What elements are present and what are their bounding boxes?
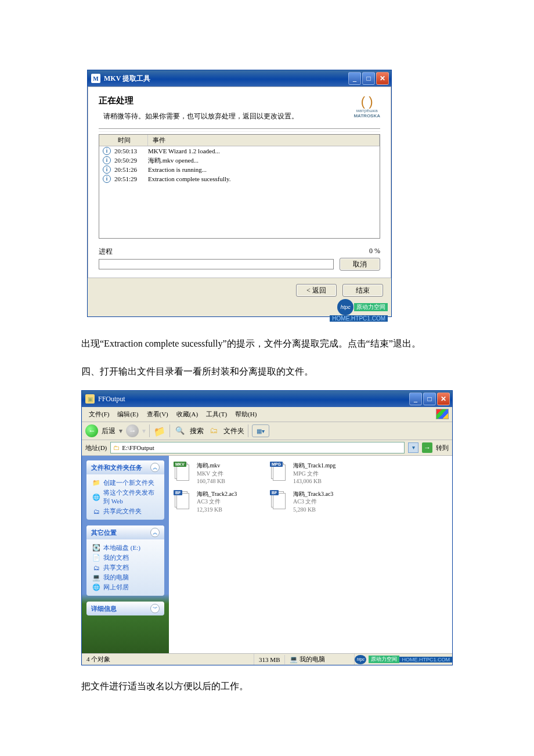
- window-title: MKV 提取工具: [104, 74, 150, 84]
- log-row: i20:51:29Extraction complete sucessfully…: [99, 174, 380, 183]
- progress-bar: [99, 259, 334, 269]
- search-icon[interactable]: 🔍: [174, 424, 186, 437]
- panel-details: 详细信息 ︾: [86, 602, 164, 615]
- views-button[interactable]: ▦▾: [252, 424, 269, 437]
- col-time[interactable]: 时间: [113, 135, 148, 146]
- maximize-button[interactable]: □: [362, 72, 375, 85]
- back-button[interactable]: < 返回: [296, 284, 337, 297]
- close-button[interactable]: ✕: [437, 393, 450, 405]
- file-item[interactable]: BF海鸥_Track2.ac3AC3 文件12,319 KB: [175, 490, 256, 514]
- log-row: i20:50:29海鸥.mkv opened...: [99, 156, 380, 165]
- folders-label[interactable]: 文件夹: [223, 426, 244, 436]
- file-icon: BF: [175, 490, 193, 510]
- event-log: 时间 事件 i20:50:13MKVE Wizard 1.2 loaded...…: [99, 134, 380, 239]
- menubar: 文件(F)编辑(E)查看(V)收藏(A)工具(T)帮助(H): [82, 407, 452, 422]
- minimize-button[interactable]: _: [348, 72, 361, 85]
- cancel-button[interactable]: 取消: [340, 258, 380, 271]
- file-name: 海鸥_Track2.ac3: [197, 490, 237, 498]
- titlebar[interactable]: M MKV 提取工具 _ □ ✕: [88, 70, 391, 87]
- explorer-window: ▣ FFOutput _ □ ✕ 文件(F)编辑(E)查看(V)收藏(A)工具(…: [81, 390, 453, 665]
- statusbar: 4 个对象 313 MB 💻 我的电脑 htpc 原动力空间HOME.HTPC1…: [82, 653, 452, 665]
- body-text-1: 出现“Extraction complete sucessfully”的提示，文…: [81, 334, 453, 353]
- folder-icon: ▣: [85, 394, 95, 404]
- panel-header[interactable]: 详细信息 ︾: [86, 602, 164, 615]
- mkv-extract-window: M MKV 提取工具 _ □ ✕ 正在处理 请稍微等待。如果你需要，也可以放弃处…: [87, 70, 392, 317]
- expand-icon[interactable]: ︾: [150, 604, 160, 613]
- task-link[interactable]: 📁创建一个新文件夹: [92, 478, 158, 488]
- file-icon: MKV: [175, 462, 193, 481]
- folder-icon: 🗀: [113, 444, 120, 451]
- log-time: 20:50:13: [114, 147, 148, 156]
- file-type: AC3 文件: [293, 498, 333, 506]
- watermark-bottom: HOME.HTPC1.COM: [399, 657, 452, 663]
- watermark-top: 原动力空间: [354, 303, 388, 311]
- log-time: 20:51:29: [114, 175, 148, 183]
- place-link[interactable]: 🌐网上邻居: [92, 582, 158, 592]
- address-dropdown[interactable]: ▾: [408, 442, 418, 453]
- progress-label: 进程: [99, 247, 369, 257]
- info-icon: i: [103, 175, 111, 183]
- page-heading: 正在处理: [99, 95, 343, 106]
- watermark-bottom: HOME.HTPC1.COM: [330, 315, 388, 322]
- back-icon[interactable]: ←: [85, 424, 98, 437]
- col-event[interactable]: 事件: [148, 135, 380, 146]
- titlebar[interactable]: ▣ FFOutput _ □ ✕: [82, 391, 452, 407]
- file-item[interactable]: MPG海鸥_Track1.mpgMPG 文件143,006 KB: [271, 462, 352, 485]
- menu-item[interactable]: 编辑(E): [114, 409, 142, 420]
- info-icon: i: [103, 165, 111, 174]
- collapse-icon[interactable]: ︽: [150, 528, 160, 537]
- place-link[interactable]: 💻我的电脑: [92, 573, 158, 582]
- panel-other-places: 其它位置 ︽ 💽本地磁盘 (E:)📄我的文档🗂共享文档💻我的电脑🌐网上邻居: [86, 525, 164, 596]
- file-icon: BF: [271, 490, 290, 510]
- address-label: 地址(D): [85, 444, 107, 452]
- menu-item[interactable]: 工具(T): [203, 409, 230, 420]
- place-link[interactable]: 💽本地磁盘 (E:): [92, 543, 158, 553]
- close-button[interactable]: ✕: [376, 72, 389, 85]
- matroska-logo: ( ) матрёшка MATROSKA: [353, 95, 380, 128]
- place-link[interactable]: 📄我的文档: [92, 553, 158, 563]
- panel-header[interactable]: 文件和文件夹任务 ︽: [86, 460, 164, 474]
- panel-file-tasks: 文件和文件夹任务 ︽ 📁创建一个新文件夹🌐将这个文件夹发布到 Web🗂共享此文件…: [86, 460, 164, 520]
- collapse-icon[interactable]: ︽: [150, 463, 160, 472]
- place-link[interactable]: 🗂共享文档: [92, 563, 158, 573]
- address-input[interactable]: 🗀 E:\FFOutput: [110, 442, 405, 453]
- windows-flag-icon: [436, 409, 449, 419]
- minimize-button[interactable]: _: [409, 393, 422, 405]
- log-time: 20:50:29: [114, 156, 148, 165]
- up-icon[interactable]: 📁: [152, 423, 167, 438]
- forward-icon[interactable]: →: [126, 424, 139, 437]
- file-size: 5,280 KB: [293, 506, 333, 514]
- go-label[interactable]: 转到: [436, 444, 449, 452]
- menu-item[interactable]: 查看(V): [143, 409, 172, 420]
- file-item[interactable]: BF海鸥_Track3.ac3AC3 文件5,280 KB: [271, 490, 352, 514]
- log-event: Extraction complete sucessfully.: [148, 175, 377, 183]
- app-icon: M: [91, 74, 100, 83]
- maximize-button[interactable]: □: [423, 393, 436, 405]
- back-label[interactable]: 后退: [102, 426, 116, 436]
- folders-icon[interactable]: 🗂: [207, 424, 220, 437]
- menu-item[interactable]: 收藏(A): [173, 409, 201, 420]
- task-link[interactable]: 🗂共享此文件夹: [92, 506, 158, 516]
- file-icon: MPG: [271, 462, 290, 481]
- task-pane: 文件和文件夹任务 ︽ 📁创建一个新文件夹🌐将这个文件夹发布到 Web🗂共享此文件…: [82, 456, 169, 653]
- toolbar: ← 后退 ▾ → ▾ 📁 🔍 搜索 🗂 文件夹 ▦▾: [82, 422, 452, 440]
- watermark-top: 原动力空间: [369, 656, 399, 663]
- finish-button[interactable]: 结束: [342, 284, 383, 297]
- file-type: MKV 文件: [197, 470, 225, 478]
- file-name: 海鸥_Track3.ac3: [293, 490, 333, 498]
- file-item[interactable]: MKV海鸥.mkvMKV 文件160,748 KB: [175, 462, 256, 485]
- menu-item[interactable]: 文件(F): [85, 409, 113, 420]
- file-size: 143,006 KB: [293, 477, 335, 485]
- file-type: MPG 文件: [293, 470, 335, 478]
- file-size: 12,319 KB: [197, 506, 237, 514]
- panel-header[interactable]: 其它位置 ︽: [86, 525, 164, 539]
- log-event: MKVE Wizard 1.2 loaded...: [148, 147, 377, 156]
- task-link[interactable]: 🌐将这个文件夹发布到 Web: [92, 488, 158, 506]
- info-icon: i: [103, 147, 111, 155]
- go-icon[interactable]: →: [422, 442, 432, 453]
- search-label[interactable]: 搜索: [190, 426, 204, 436]
- menu-item[interactable]: 帮助(H): [232, 409, 260, 420]
- status-count: 4 个对象: [82, 654, 254, 665]
- log-row: i20:51:26Extraction is running...: [99, 165, 380, 174]
- page-subtext: 请稍微等待。如果你需要，也可以放弃处理，返回以更改设置。: [103, 111, 343, 121]
